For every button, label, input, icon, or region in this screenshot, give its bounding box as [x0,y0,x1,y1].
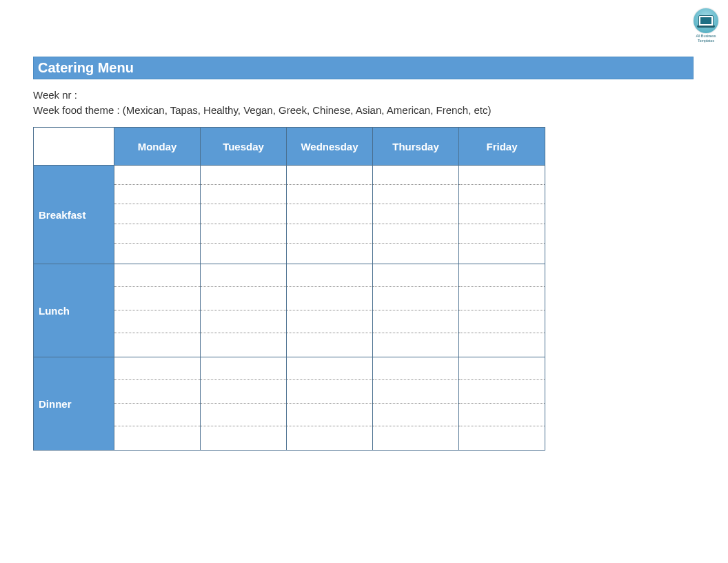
slot-lunch-friday [459,264,545,357]
header-row: MondayTuesdayWednesdayThursdayFriday [34,128,545,166]
slot-line [114,357,200,380]
slot-line [373,185,458,204]
slot-line [287,185,372,204]
meal-header-breakfast: Breakfast [34,166,114,264]
slot-line [459,264,545,287]
slot-line [459,426,545,448]
slot-line [373,264,458,287]
slot-lunch-thursday [373,264,459,357]
slot-line [287,287,372,310]
slot-lunch-monday [114,264,201,357]
slot-line [287,380,372,403]
title-bar: Catering Menu [33,57,694,79]
corner-cell [34,128,114,166]
meal-row-lunch: Lunch [34,264,545,357]
slot-breakfast-tuesday [201,166,287,264]
slot-line [201,204,286,224]
slot-dinner-wednesday [287,357,373,451]
slot-line [114,287,200,310]
slot-line [201,244,286,262]
watermark-circle [694,8,718,33]
meal-header-dinner: Dinner [34,357,114,451]
watermark-logo: All Business Templates [694,8,718,43]
slot-dinner-tuesday [201,357,287,451]
slot-line [114,333,200,355]
slot-line [201,357,286,380]
slot-line [287,264,372,287]
slot-line [201,185,286,204]
slot-line [201,224,286,244]
slot-line [114,166,200,185]
slot-dinner-friday [459,357,545,451]
slot-line [114,380,200,403]
slot-line [201,310,286,333]
slot-line [114,310,200,333]
slot-line [373,244,458,262]
page-container: Catering Menu Week nr : Week food theme … [0,0,728,478]
slot-breakfast-friday [459,166,545,264]
day-header-friday: Friday [459,128,545,166]
slot-line [201,333,286,355]
slot-line [287,166,372,185]
menu-table-head: MondayTuesdayWednesdayThursdayFriday [34,128,545,166]
slot-line [287,224,372,244]
slot-line [373,287,458,310]
week-nr-label: Week nr : [33,89,77,101]
slot-line [114,244,200,262]
slot-line [373,357,458,380]
slot-line [201,264,286,287]
meal-header-lunch: Lunch [34,264,114,357]
slot-line [373,333,458,355]
slot-line [459,404,545,426]
slot-line [201,426,286,448]
slot-line [287,310,372,333]
slot-line [459,287,545,310]
slot-line [201,380,286,403]
slot-line [114,404,200,426]
slot-line [373,426,458,448]
laptop-icon [698,15,714,26]
menu-table: MondayTuesdayWednesdayThursdayFriday Bre… [33,127,545,451]
week-theme-label: Week food theme : [33,104,120,116]
slot-breakfast-thursday [373,166,459,264]
slot-line [459,244,545,262]
slot-line [373,310,458,333]
slot-line [373,166,458,185]
slot-line [287,333,372,355]
slot-line [287,204,372,224]
slot-line [459,357,545,380]
slot-dinner-monday [114,357,201,451]
slot-line [459,380,545,403]
slot-line [201,287,286,310]
slot-line [287,357,372,380]
page-title: Catering Menu [38,60,134,76]
slot-line [459,310,545,333]
slot-line [287,426,372,448]
menu-table-body: BreakfastLunchDinner [34,166,545,451]
slot-line [373,204,458,224]
slot-line [459,204,545,224]
day-header-monday: Monday [114,128,201,166]
slot-lunch-tuesday [201,264,287,357]
slot-line [201,404,286,426]
slot-line [114,264,200,287]
day-header-tuesday: Tuesday [201,128,287,166]
meal-row-dinner: Dinner [34,357,545,451]
day-header-thursday: Thursday [373,128,459,166]
slot-line [459,333,545,355]
slot-line [373,404,458,426]
week-theme-row: Week food theme : (Mexican, Tapas, Healt… [33,103,694,117]
slot-line [287,244,372,262]
slot-dinner-thursday [373,357,459,451]
slot-line [373,224,458,244]
meal-row-breakfast: Breakfast [34,166,545,264]
week-theme-hint: (Mexican, Tapas, Healthy, Vegan, Greek, … [123,104,492,116]
slot-breakfast-monday [114,166,201,264]
slot-line [373,380,458,403]
slot-line [114,204,200,224]
meta-block: Week nr : Week food theme : (Mexican, Ta… [33,88,694,117]
slot-lunch-wednesday [287,264,373,357]
slot-line [114,185,200,204]
slot-line [201,166,286,185]
watermark-text-1: All Business [694,34,718,38]
